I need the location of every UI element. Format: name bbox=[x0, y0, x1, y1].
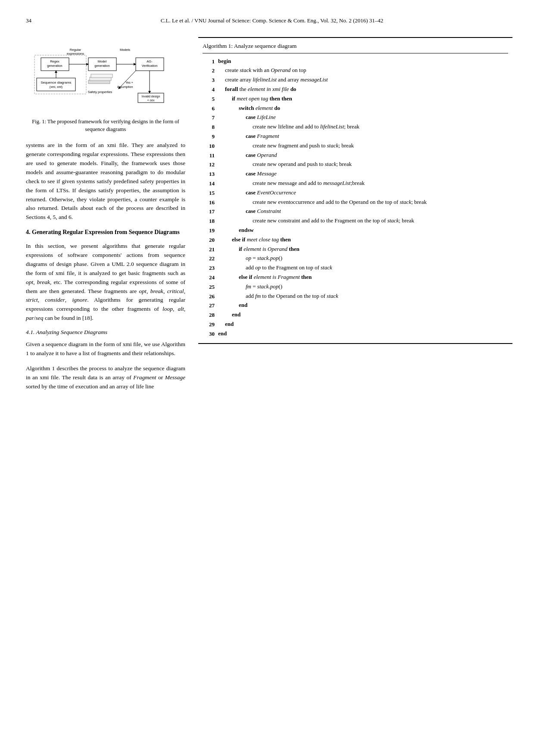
algo-line-19: 19 endsw bbox=[203, 226, 508, 235]
body-para-4: Algorithm 1 describes the process to ana… bbox=[26, 364, 185, 391]
algo-line-10: 10 create new fragment and push to stack… bbox=[203, 141, 508, 151]
algo-line-17: 17 case Constraint bbox=[203, 207, 508, 216]
svg-text:Invalid design: Invalid design bbox=[142, 95, 160, 98]
svg-text:Regex: Regex bbox=[50, 59, 59, 63]
algo-line-27: 27 end bbox=[203, 301, 508, 310]
svg-text:Regular: Regular bbox=[70, 48, 81, 52]
algo-line-8: 8 create new lifeline and add to lifelin… bbox=[203, 122, 508, 132]
algorithm-box: Algorithm 1: Analyze sequence diagram 1 … bbox=[198, 37, 512, 344]
body-para-1: systems are in the form of an xmi file. … bbox=[26, 141, 185, 222]
framework-diagram-svg: Sequence diagrams (xmi, xml) Regex gener… bbox=[32, 37, 179, 115]
right-column: Algorithm 1: Analyze sequence diagram 1 … bbox=[198, 37, 512, 397]
svg-text:AG-: AG- bbox=[147, 59, 153, 63]
algo-line-23: 23 add op to the Fragment on top of stac… bbox=[203, 263, 508, 273]
svg-rect-20 bbox=[91, 74, 112, 78]
algo-line-2: 2 create stack with an Operand on top bbox=[203, 66, 508, 75]
algorithm-title: Algorithm 1: Analyze sequence diagram bbox=[203, 41, 508, 53]
page-header: 34 C.L. Le et al. / VNU Journal of Scien… bbox=[26, 17, 512, 24]
algo-line-24: 24 else if element is Fragment then bbox=[203, 273, 508, 282]
svg-text:Model: Model bbox=[98, 59, 107, 63]
algo-line-28: 28 end bbox=[203, 310, 508, 320]
algo-line-9: 9 case Fragment bbox=[203, 132, 508, 141]
body-para-3: Given a sequence diagram in the form of … bbox=[26, 340, 185, 358]
algo-line-29: 29 end bbox=[203, 320, 508, 329]
svg-text:Sequence diagrams: Sequence diagrams bbox=[41, 81, 71, 84]
algo-line-12: 12 create new operand and push to stack;… bbox=[203, 160, 508, 169]
svg-text:(xmi, xml): (xmi, xml) bbox=[50, 85, 62, 89]
algo-line-5: 5 if meet open tag then then bbox=[203, 94, 508, 104]
body-para-2: In this section, we present algorithms t… bbox=[26, 242, 185, 323]
page-number: 34 bbox=[26, 17, 31, 24]
figure-caption: Fig. 1: The proposed framework for verif… bbox=[26, 118, 185, 133]
algo-line-16: 16 create new eventoccurrence and add to… bbox=[203, 198, 508, 207]
algo-line-3: 3 create array lifelineList and array me… bbox=[203, 75, 508, 85]
journal-title: C.L. Le et al. / VNU Journal of Science:… bbox=[40, 17, 504, 24]
algo-line-30: 30 end bbox=[203, 329, 508, 339]
svg-text:Verification: Verification bbox=[142, 64, 158, 68]
content-area: Sequence diagrams (xmi, xml) Regex gener… bbox=[26, 37, 512, 397]
left-column: Sequence diagrams (xmi, xml) Regex gener… bbox=[26, 37, 185, 397]
svg-text:Safety properties: Safety properties bbox=[88, 90, 112, 94]
section-4-heading: 4. Generating Regular Expression from Se… bbox=[26, 228, 185, 237]
algo-line-13: 13 case Message bbox=[203, 169, 508, 179]
algo-line-22: 22 op = stack.pop() bbox=[203, 254, 508, 263]
algo-title-name: Analyze sequence diagram bbox=[234, 43, 297, 49]
svg-text:generation: generation bbox=[94, 64, 109, 68]
algo-line-6: 6 switch element do bbox=[203, 104, 508, 113]
svg-text:Models: Models bbox=[120, 48, 130, 52]
subsection-41-heading: 4.1. Analyzing Sequence Diagrams bbox=[26, 329, 185, 336]
svg-text:Yes +: Yes + bbox=[125, 81, 133, 84]
algo-line-14: 14 create new message and add to message… bbox=[203, 179, 508, 188]
svg-text:generation: generation bbox=[47, 64, 62, 68]
algo-line-11: 11 case Operand bbox=[203, 151, 508, 160]
algo-line-1: 1 begin bbox=[203, 57, 508, 66]
algo-line-18: 18 create new constraint and add to the … bbox=[203, 216, 508, 226]
algo-line-7: 7 case LifeLine bbox=[203, 113, 508, 122]
figure-diagram: Sequence diagrams (xmi, xml) Regex gener… bbox=[26, 37, 185, 115]
algo-line-15: 15 case EventOccurrence bbox=[203, 188, 508, 198]
svg-text:Assumption: Assumption bbox=[117, 85, 133, 89]
figure-box: Sequence diagrams (xmi, xml) Regex gener… bbox=[26, 37, 185, 133]
algo-line-26: 26 add fm to the Operand on the top of s… bbox=[203, 292, 508, 301]
algo-line-21: 21 if element is Operand then bbox=[203, 245, 508, 254]
algo-line-25: 25 fm = stack.pop() bbox=[203, 282, 508, 292]
algo-line-4: 4 forall the element in xmi file do bbox=[203, 85, 508, 94]
svg-rect-0 bbox=[37, 78, 75, 91]
svg-text:+ cex: + cex bbox=[147, 99, 155, 102]
algo-title-label: Algorithm 1: bbox=[203, 43, 234, 49]
algo-line-20: 20 else if meet close tag then bbox=[203, 235, 508, 245]
